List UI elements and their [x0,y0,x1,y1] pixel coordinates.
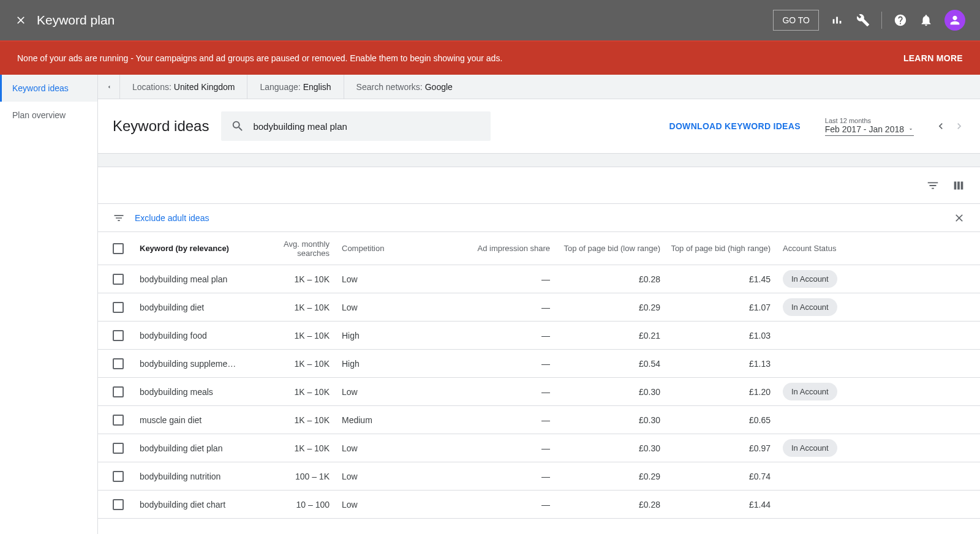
networks-value: Google [425,82,453,92]
goto-button[interactable]: GO TO [773,10,819,31]
keyword-search-input[interactable] [253,121,481,132]
exclude-adult-ideas-filter[interactable]: Exclude adult ideas [135,213,209,223]
avatar[interactable] [944,10,965,31]
col-keyword[interactable]: Keyword (by relevance) [140,244,262,253]
in-account-badge: In Account [783,383,837,401]
table-row: bodybuilding diet 1K – 10K Low — £0.29 £… [98,293,980,322]
locations-value: United Kingdom [174,82,235,92]
search-icon [231,119,244,133]
clear-filter-icon[interactable] [953,212,965,224]
cell-keyword: bodybuilding diet [140,303,262,312]
col-impression[interactable]: Ad impression share [428,244,550,253]
date-prev-button[interactable] [935,120,947,132]
cell-bidhigh: £1.03 [660,331,771,340]
table-tools [98,167,980,204]
download-keyword-ideas-link[interactable]: DOWNLOAD KEYWORD IDEAS [669,121,801,131]
cell-competition: Low [342,274,428,284]
locations-label: Locations: [132,82,172,92]
row-checkbox[interactable] [113,358,124,369]
divider [881,12,882,29]
help-icon[interactable] [893,13,908,28]
row-checkbox[interactable] [113,471,124,482]
in-account-badge: In Account [783,298,837,316]
main-content: Locations: United Kingdom Language: Engl… [98,75,980,534]
reports-icon[interactable] [830,13,845,28]
cell-bidhigh: £0.74 [660,472,771,481]
date-range-picker[interactable]: Last 12 months Feb 2017 - Jan 2018 [825,117,914,136]
date-navigation [935,120,965,132]
cell-bidlow: £0.29 [550,303,660,312]
col-bidlow[interactable]: Top of page bid (low range) [550,244,660,253]
cell-status: In Account [771,383,844,401]
language-value: English [303,82,331,92]
collapse-sidebar-button[interactable] [98,75,120,99]
alert-message: None of your ads are running - Your camp… [17,53,903,63]
cell-competition: High [342,359,428,369]
col-searches[interactable]: Avg. monthly searches [262,239,342,258]
cell-impression: — [428,443,550,453]
col-bidhigh[interactable]: Top of page bid (high range) [660,244,771,253]
topbar-actions: GO TO [773,10,965,31]
cell-status: In Account [771,439,844,457]
date-next-button[interactable] [953,120,965,132]
locations-filter[interactable]: Locations: United Kingdom [120,75,247,99]
cell-competition: Low [342,472,428,481]
cell-competition: Low [342,387,428,397]
columns-icon[interactable] [952,179,965,192]
separator-strip [98,154,980,167]
cell-impression: — [428,415,550,425]
language-filter[interactable]: Language: English [247,75,344,99]
keyword-ideas-table: Keyword (by relevance) Avg. monthly sear… [98,232,980,519]
in-account-badge: In Account [783,270,837,288]
cell-bidlow: £0.30 [550,443,660,453]
cell-searches: 1K – 10K [262,359,342,369]
cell-bidhigh: £1.13 [660,359,771,369]
row-checkbox[interactable] [113,499,124,510]
table-header: Keyword (by relevance) Avg. monthly sear… [98,232,980,265]
row-checkbox[interactable] [113,443,124,454]
cell-searches: 1K – 10K [262,331,342,340]
keyword-search-box[interactable] [221,111,491,141]
table-row: bodybuilding diet plan 1K – 10K Low — £0… [98,434,980,462]
row-checkbox[interactable] [113,274,124,285]
header-section: Keyword ideas DOWNLOAD KEYWORD IDEAS Las… [98,99,980,154]
cell-competition: High [342,331,428,340]
cell-searches: 1K – 10K [262,415,342,425]
filter-icon[interactable] [926,179,940,192]
table-row: bodybuilding meal plan 1K – 10K Low — £0… [98,265,980,293]
cell-searches: 100 – 1K [262,472,342,481]
row-checkbox[interactable] [113,330,124,341]
sidebar-item-keyword-ideas[interactable]: Keyword ideas [0,75,97,102]
networks-filter[interactable]: Search networks: Google [344,75,465,99]
page-title: Keyword ideas [113,118,209,135]
tools-icon[interactable] [856,13,870,28]
cell-bidlow: £0.21 [550,331,660,340]
cell-competition: Low [342,443,428,453]
cell-competition: Low [342,303,428,312]
learn-more-link[interactable]: LEARN MORE [903,53,963,63]
targeting-bar: Locations: United Kingdom Language: Engl… [98,75,980,99]
col-status[interactable]: Account Status [771,244,844,253]
table-row: bodybuilding food 1K – 10K High — £0.21 … [98,322,980,350]
table-row: bodybuilding nutrition 100 – 1K Low — £0… [98,462,980,491]
close-icon[interactable] [15,14,27,26]
dropdown-icon [908,126,914,132]
cell-impression: — [428,274,550,284]
cell-bidlow: £0.30 [550,415,660,425]
col-competition[interactable]: Competition [342,244,428,253]
date-range-value: Feb 2017 - Jan 2018 [825,124,904,134]
cell-impression: — [428,472,550,481]
cell-searches: 10 – 100 [262,500,342,510]
row-checkbox[interactable] [113,302,124,313]
table-row: bodybuilding meals 1K – 10K Low — £0.30 … [98,378,980,406]
cell-competition: Low [342,500,428,510]
notifications-icon[interactable] [919,13,933,28]
networks-label: Search networks: [356,82,423,92]
row-checkbox[interactable] [113,386,124,397]
select-all-checkbox[interactable] [113,243,124,254]
cell-bidlow: £0.30 [550,387,660,397]
cell-keyword: bodybuilding nutrition [140,472,262,481]
sidebar-item-plan-overview[interactable]: Plan overview [0,102,97,129]
cell-keyword: bodybuilding food [140,331,262,340]
row-checkbox[interactable] [113,415,124,426]
